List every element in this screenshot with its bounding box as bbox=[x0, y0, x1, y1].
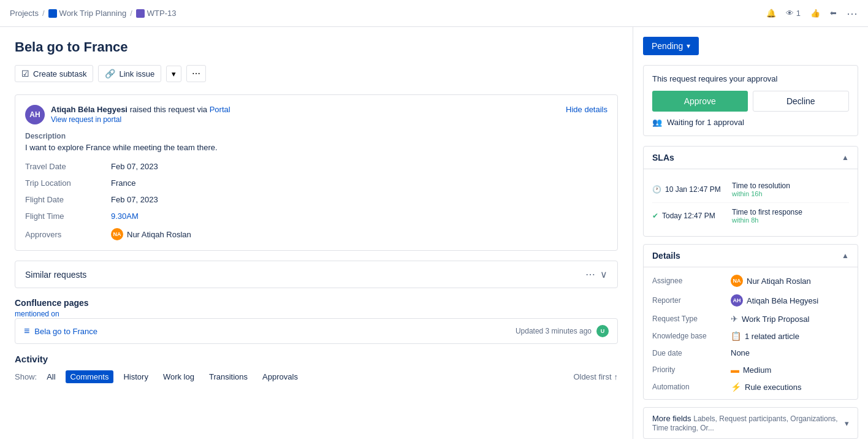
approver-name: Nur Atiqah Roslan bbox=[127, 230, 191, 239]
details-card: Details ▲ Assignee NA Nur Atiqah Roslan … bbox=[643, 244, 858, 400]
confluence-page-name[interactable]: Bela go to France bbox=[34, 327, 97, 336]
more-fields-chevron-icon: ▾ bbox=[845, 419, 849, 428]
confluence-user-avatar: U bbox=[596, 325, 609, 337]
similar-requests-actions: ⋯ ∨ bbox=[585, 269, 607, 280]
approval-text: This request requires your approval bbox=[652, 74, 849, 83]
sort-label: Oldest first bbox=[573, 372, 611, 381]
slas-header[interactable]: SLAs ▲ bbox=[644, 147, 858, 169]
more-fields-row[interactable]: More fields Labels, Request participants… bbox=[643, 407, 858, 439]
thumb-icon[interactable]: 👍 bbox=[810, 9, 820, 18]
more-fields-label: More fields bbox=[652, 414, 691, 423]
description-label: Description bbox=[25, 132, 607, 140]
portal-link[interactable]: Portal bbox=[210, 105, 230, 114]
request-header: AH Atiqah Béla Hegyesi raised this reque… bbox=[25, 105, 607, 124]
assignee-value: NA Nur Atiqah Roslan bbox=[731, 275, 849, 287]
assignee-avatar: NA bbox=[731, 275, 743, 287]
filter-transitions[interactable]: Transitions bbox=[204, 370, 253, 383]
pending-label: Pending bbox=[652, 41, 683, 51]
subtask-icon: ☑ bbox=[21, 69, 29, 78]
request-type-value: ✈ Work Trip Proposal bbox=[731, 314, 849, 324]
filter-work-log[interactable]: Work log bbox=[158, 370, 199, 383]
priority-value: ▬ Medium bbox=[731, 365, 849, 375]
approval-card: This request requires your approval Appr… bbox=[643, 65, 858, 136]
view-portal-link[interactable]: View request in portal bbox=[51, 115, 230, 124]
due-date-label: Due date bbox=[652, 348, 726, 357]
filter-history[interactable]: History bbox=[118, 370, 153, 383]
viewers-icon[interactable]: 👁 1 bbox=[786, 9, 801, 18]
assignee-name: Nur Atiqah Roslan bbox=[747, 277, 811, 286]
field-value-trip-location: France bbox=[111, 178, 607, 188]
automation-value: ⚡ Rule executions bbox=[731, 382, 849, 392]
hide-details-link[interactable]: Hide details bbox=[566, 105, 607, 114]
jira-issue-icon bbox=[136, 9, 145, 18]
link-icon: 🔗 bbox=[105, 69, 115, 78]
filter-comments[interactable]: Comments bbox=[66, 370, 114, 383]
sla-info-1: Time to resolution within 16h bbox=[732, 181, 790, 197]
request-type-icon: ✈ bbox=[731, 314, 738, 324]
breadcrumb-projects[interactable]: Projects bbox=[10, 9, 39, 18]
wtp-project-icon bbox=[48, 9, 57, 18]
waiting-text: Waiting for 1 approval bbox=[667, 118, 744, 127]
confluence-updated-text: Updated 3 minutes ago bbox=[516, 327, 592, 335]
slas-title: SLAs bbox=[652, 153, 674, 162]
viewers-count: 1 bbox=[796, 9, 801, 18]
similar-requests-collapse-button[interactable]: ∨ bbox=[600, 269, 607, 280]
similar-requests-more-button[interactable]: ⋯ bbox=[585, 269, 595, 280]
activity-section: Activity Show: All Comments History Work… bbox=[15, 354, 618, 383]
due-date-value: None bbox=[731, 348, 849, 357]
request-user-info: Atiqah Béla Hegyesi raised this request … bbox=[51, 105, 230, 124]
toolbar-more-button[interactable]: ⋯ bbox=[186, 65, 206, 82]
filter-approvals[interactable]: Approvals bbox=[257, 370, 303, 383]
sla-sub-2: within 8h bbox=[732, 216, 802, 224]
request-action-text: raised this request via bbox=[130, 105, 207, 114]
details-title: Details bbox=[652, 251, 680, 261]
breadcrumb-issue-id[interactable]: WTP-13 bbox=[147, 9, 177, 18]
sort-order[interactable]: Oldest first ↑ bbox=[573, 372, 618, 381]
link-issue-button[interactable]: 🔗 Link issue bbox=[98, 65, 161, 82]
similar-requests-card: Similar requests ⋯ ∨ bbox=[15, 261, 618, 288]
field-value-travel-date: Feb 07, 2023 bbox=[111, 162, 607, 171]
toolbar-dropdown-button[interactable]: ▾ bbox=[166, 66, 181, 82]
pending-dropdown-icon: ▾ bbox=[687, 42, 690, 50]
field-label-travel-date: Travel Date bbox=[25, 162, 111, 171]
decline-button[interactable]: Decline bbox=[753, 91, 850, 112]
activity-title: Activity bbox=[15, 354, 618, 364]
approval-buttons: Approve Decline bbox=[652, 91, 849, 112]
field-label-approvers: Approvers bbox=[25, 228, 111, 240]
approve-button[interactable]: Approve bbox=[652, 91, 748, 112]
create-subtask-label: Create subtask bbox=[33, 69, 86, 78]
confluence-item-right: Updated 3 minutes ago U bbox=[516, 325, 609, 337]
share-icon[interactable]: ⬆ bbox=[829, 10, 838, 17]
sla-date-text-2: Today 12:47 PM bbox=[662, 212, 715, 220]
link-issue-label: Link issue bbox=[119, 69, 154, 78]
details-grid: Assignee NA Nur Atiqah Roslan Reporter A… bbox=[652, 275, 849, 392]
breadcrumb-wtp[interactable]: Work Trip Planning bbox=[48, 9, 127, 18]
field-value-flight-time[interactable]: 9.30AM bbox=[111, 212, 607, 221]
reporter-avatar: AH bbox=[731, 294, 743, 307]
field-value-flight-date: Feb 07, 2023 bbox=[111, 195, 607, 204]
sla-sub-1: within 16h bbox=[732, 190, 790, 197]
pending-button[interactable]: Pending ▾ bbox=[643, 37, 699, 55]
priority-icon: ▬ bbox=[731, 365, 739, 375]
show-label: Show: bbox=[15, 372, 37, 381]
confluence-page-icon: ≡ bbox=[24, 326, 29, 337]
field-label-trip-location: Trip Location bbox=[25, 178, 111, 188]
sla-date-text-1: 10 Jan 12:47 PM bbox=[665, 185, 721, 194]
breadcrumb-wtp-label[interactable]: Work Trip Planning bbox=[59, 9, 127, 18]
notification-icon[interactable]: 🔔 bbox=[766, 9, 776, 18]
page-title: Bela go to France bbox=[15, 39, 618, 55]
automation-label: Automation bbox=[652, 382, 726, 392]
reporter-label: Reporter bbox=[652, 294, 726, 307]
details-header[interactable]: Details ▲ bbox=[644, 245, 858, 267]
top-actions: 🔔 👁 1 👍 ⬆ ⋯ bbox=[766, 7, 858, 20]
more-actions-icon[interactable]: ⋯ bbox=[847, 7, 858, 20]
main-layout: Bela go to France ☑ Create subtask 🔗 Lin… bbox=[0, 27, 868, 439]
confluence-label: Confluence pages bbox=[15, 298, 618, 308]
details-body: Assignee NA Nur Atiqah Roslan Reporter A… bbox=[644, 267, 858, 399]
slas-card: SLAs ▲ 🕐 10 Jan 12:47 PM Time to resolut… bbox=[643, 146, 858, 237]
create-subtask-button[interactable]: ☑ Create subtask bbox=[15, 65, 93, 82]
mentioned-on-link[interactable]: mentioned on bbox=[15, 310, 59, 318]
sla-title-2: Time to first response bbox=[732, 208, 802, 216]
assignee-label: Assignee bbox=[652, 275, 726, 287]
filter-all[interactable]: All bbox=[42, 370, 60, 383]
